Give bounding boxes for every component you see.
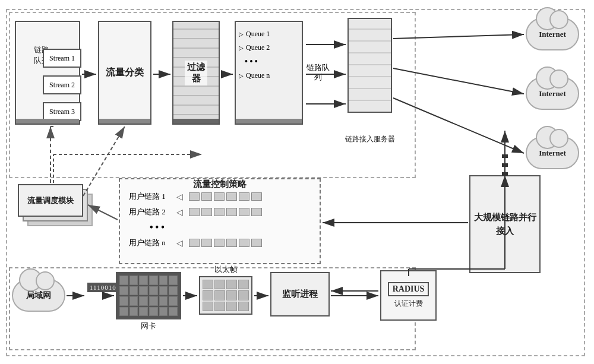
filter-box: 过滤器 bbox=[172, 21, 220, 125]
server-label: 链路接入服务器 bbox=[345, 134, 395, 144]
internet-cloud-2: Internet bbox=[526, 77, 579, 110]
nc-cell bbox=[159, 276, 168, 285]
sb bbox=[251, 192, 262, 201]
nc-cell bbox=[169, 276, 178, 285]
sb bbox=[226, 208, 237, 216]
lan-cloud: 局域网 bbox=[12, 279, 65, 312]
classify-bottom-bar bbox=[99, 119, 150, 124]
queue-arrow-2: ▷ bbox=[239, 45, 244, 51]
user-boxes-2 bbox=[189, 208, 262, 216]
queue-item-2: ▷ Queue 2 bbox=[239, 43, 299, 52]
ef-cell bbox=[214, 302, 225, 311]
nc-cell bbox=[119, 276, 128, 285]
queue-panel: ▷ Queue 1 ▷ Queue 2 • • • ▷ Queue n 链路队列 bbox=[235, 21, 303, 125]
radius-box: RADIUS 认证计费 bbox=[380, 270, 437, 321]
user-label-1: 用户链路 1 bbox=[129, 191, 176, 202]
ef-cell bbox=[238, 302, 249, 311]
nc-cell bbox=[149, 276, 158, 285]
nc-cell bbox=[169, 296, 178, 306]
queue-bottom-bar bbox=[16, 119, 79, 124]
sb bbox=[251, 208, 262, 216]
ef-cell bbox=[203, 280, 213, 289]
nc-cell bbox=[149, 307, 158, 316]
server-body bbox=[347, 18, 392, 113]
ef-cell bbox=[238, 280, 249, 289]
sb bbox=[226, 192, 237, 201]
sb bbox=[201, 192, 212, 201]
stream-1: Stream 1 bbox=[43, 49, 81, 68]
nc-cell bbox=[159, 307, 168, 316]
filter-label: 过滤器 bbox=[185, 61, 207, 86]
nc-cell bbox=[159, 296, 168, 306]
nc-cell bbox=[169, 307, 178, 316]
nc-cell bbox=[119, 307, 128, 316]
monitor-box: 监听进程 bbox=[270, 272, 330, 316]
radius-title: RADIUS bbox=[388, 282, 429, 296]
nc-cell bbox=[129, 286, 138, 296]
sb bbox=[239, 192, 249, 201]
sb bbox=[189, 208, 200, 216]
diagram: 链路队列 Stream 1 Stream 2 Stream 3 流量分类 过滤器… bbox=[0, 0, 594, 364]
queue-item-1: ▷ Queue 1 bbox=[239, 30, 299, 39]
user-row-1: 用户链路 1 ◁ bbox=[129, 191, 311, 202]
ef-cell bbox=[226, 302, 237, 311]
ether-label: 以太帧 bbox=[214, 264, 238, 275]
ef-cell bbox=[238, 290, 249, 300]
nc-cell bbox=[129, 276, 138, 285]
large-scale-box: 大规模链路并行接入 bbox=[469, 175, 541, 273]
sb bbox=[239, 208, 249, 216]
ef-cell bbox=[214, 280, 225, 289]
arrow-1: ◁ bbox=[176, 192, 183, 202]
nc-cell bbox=[149, 286, 158, 296]
sb bbox=[214, 208, 225, 216]
nc-cell bbox=[149, 296, 158, 306]
sb bbox=[214, 192, 225, 201]
radius-label: 认证计费 bbox=[394, 299, 423, 309]
user-label-2: 用户链路 2 bbox=[129, 207, 176, 217]
ether-frame: 以太帧 bbox=[199, 276, 252, 315]
traffic-control-title: 流量控制策略 bbox=[190, 179, 249, 190]
filter-bottom-bar bbox=[173, 119, 219, 124]
internet-cloud-3: Internet bbox=[526, 137, 579, 169]
flow-classify-box: 流量分类 bbox=[98, 21, 151, 125]
nc-cell bbox=[139, 296, 148, 306]
sb bbox=[189, 192, 200, 201]
sb bbox=[226, 239, 237, 247]
user-boxes-n bbox=[189, 239, 262, 247]
nc-cell bbox=[129, 307, 138, 316]
stream-queue: 链路队列 Stream 1 Stream 2 Stream 3 bbox=[15, 21, 80, 125]
ef-cell bbox=[203, 302, 213, 311]
arrow-n: ◁ bbox=[176, 238, 183, 248]
nc-cell bbox=[129, 296, 138, 306]
sb bbox=[189, 239, 200, 247]
ether-frame-inner bbox=[200, 277, 251, 314]
ef-cell bbox=[226, 290, 237, 300]
user-label-n: 用户链路 n bbox=[129, 238, 176, 248]
nc-cell bbox=[119, 286, 128, 296]
nc-cell bbox=[159, 286, 168, 296]
sb bbox=[201, 239, 212, 247]
traffic-scheduler: 流量调度模块 bbox=[18, 184, 89, 255]
nc-cell bbox=[139, 286, 148, 296]
user-boxes-1 bbox=[189, 192, 262, 201]
nc-cell bbox=[169, 286, 178, 296]
queue-arrow-n: ▷ bbox=[239, 72, 244, 79]
stream-2: Stream 2 bbox=[43, 75, 81, 94]
arrow-2: ◁ bbox=[176, 207, 183, 217]
sb bbox=[251, 239, 262, 247]
internet-cloud-1: Internet bbox=[526, 18, 579, 50]
server-box: 链路接入服务器 bbox=[347, 18, 395, 128]
network-card: 网卡 bbox=[116, 272, 181, 319]
traffic-control-box: 流量控制策略 用户链路 1 ◁ 用户链路 2 ◁ bbox=[119, 178, 321, 264]
queue-item-n: ▷ Queue n bbox=[239, 71, 299, 80]
queue-right-label: 链路队列 bbox=[305, 63, 331, 83]
user-row-2: 用户链路 2 ◁ bbox=[129, 207, 311, 217]
user-row-n: 用户链路 n ◁ bbox=[129, 238, 311, 248]
ef-cell bbox=[226, 280, 237, 289]
sb bbox=[201, 208, 212, 216]
nc-cell bbox=[139, 276, 148, 285]
ef-cell bbox=[214, 290, 225, 300]
network-card-inner bbox=[117, 273, 180, 318]
sb bbox=[239, 239, 249, 247]
queue-dots: • • • bbox=[245, 57, 293, 67]
